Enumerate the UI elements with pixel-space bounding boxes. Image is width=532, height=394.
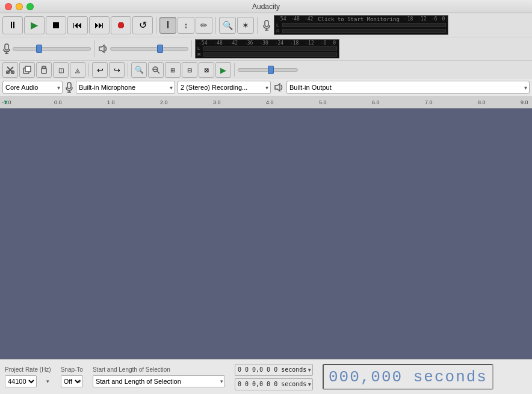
separator	[156, 17, 156, 34]
mic-gain-group	[2, 43, 91, 54]
time-length-field[interactable]: 0 0 0,0 0 0 seconds	[235, 378, 313, 390]
zoom-tool[interactable]: 🔍	[219, 17, 236, 34]
ruler-mark--1: -1.0	[2, 99, 11, 105]
draw-tool[interactable]: ✏	[196, 17, 212, 34]
svg-marker-6	[99, 45, 104, 52]
pause-button[interactable]: ⏸	[2, 16, 23, 34]
zoom-out-button[interactable]	[148, 62, 164, 78]
svg-rect-3	[5, 44, 8, 50]
playback-speed-thumb[interactable]	[268, 66, 274, 74]
svg-rect-12	[25, 66, 31, 72]
record-button[interactable]: ⏺	[111, 16, 131, 34]
svg-rect-18	[67, 83, 71, 89]
statusbar: Project Rate (Hz) 44100 Snap-To Off Star…	[0, 359, 532, 394]
skip-start-button[interactable]: ⏮	[67, 16, 88, 34]
device-toolbar: Core Audio Built-in Microphone 2 (Stereo…	[0, 79, 532, 96]
ruler-mark-3: 3.0	[213, 99, 221, 105]
ruler-mark-5: 5.0	[319, 99, 327, 105]
big-time-display[interactable]: 000,000 seconds	[323, 364, 493, 390]
undo-button[interactable]: ↩	[92, 62, 108, 78]
level-meter-l	[282, 23, 446, 27]
select-tool[interactable]: I	[159, 17, 176, 34]
loop-button[interactable]: ↺	[132, 16, 153, 34]
ruler-mark-1: 1.0	[107, 99, 115, 105]
zoom-in-button[interactable]: 🔍	[131, 62, 147, 78]
separator2	[215, 17, 216, 34]
ruler-mark-0: 0.0	[54, 99, 62, 105]
playback-meter-l	[203, 46, 337, 51]
minimize-button[interactable]	[16, 3, 23, 10]
output-device-wrapper[interactable]: Built-in Output	[286, 81, 530, 94]
project-rate-group: Project Rate (Hz) 44100	[5, 366, 51, 387]
multi-tool[interactable]: ✶	[237, 17, 254, 34]
window-controls[interactable]	[5, 3, 34, 10]
zoom-sel-button[interactable]: ⊟	[182, 62, 197, 78]
envelope-tool[interactable]: ↕	[178, 17, 194, 34]
speaker-gain-slider[interactable]	[110, 47, 188, 51]
time-fields-group: 0 0 0,0 0 0 seconds ▾ 0 0 0,0 0 0 second…	[235, 364, 313, 390]
input-device-wrapper[interactable]: Built-in Microphone	[76, 81, 175, 94]
ruler-mark-7: 7.0	[425, 99, 433, 105]
play-button[interactable]: ▶	[24, 16, 45, 34]
channels-wrapper[interactable]: 2 (Stereo) Recording...	[178, 81, 271, 94]
project-rate-select[interactable]: 44100	[5, 375, 37, 387]
trim-button[interactable]: ◫	[53, 62, 69, 78]
silence-button[interactable]: ◬	[70, 62, 85, 78]
playback-speed-slider[interactable]	[238, 68, 298, 72]
time-start-field[interactable]: 0 0 0,0 0 0 seconds	[235, 364, 313, 376]
snap-to-label: Snap-To	[61, 366, 83, 373]
input-device-select[interactable]: Built-in Microphone	[76, 81, 175, 94]
level-meter-r	[282, 29, 446, 33]
separator6	[88, 63, 89, 77]
separator5	[191, 40, 192, 57]
separator7	[128, 63, 128, 77]
redo-button[interactable]: ↪	[109, 62, 125, 78]
mic-gain-slider[interactable]	[13, 47, 91, 51]
ruler-mark-2: 2.0	[160, 99, 168, 105]
cut-button[interactable]	[2, 62, 18, 78]
playback-meter-r	[203, 52, 337, 57]
ruler-mark-4: 4.0	[266, 99, 274, 105]
input-mic-icon	[65, 82, 73, 93]
zoom-play-button[interactable]: ▶	[215, 62, 231, 78]
selection-mode-select[interactable]: Start and Length of Selection	[93, 375, 225, 387]
mic-gain-thumb[interactable]	[36, 45, 42, 53]
mic-icon-2	[2, 43, 11, 54]
close-button[interactable]	[5, 3, 12, 10]
project-rate-label: Project Rate (Hz)	[5, 366, 51, 373]
click-to-monitor[interactable]: Click to Start Monitoring	[318, 16, 399, 22]
maximize-button[interactable]	[26, 3, 34, 10]
ruler-mark-8: 8.0	[478, 99, 486, 105]
separator4	[94, 40, 94, 57]
zoom-fit-button[interactable]: ⊞	[165, 62, 181, 78]
big-time-value: 000,000 seconds	[329, 368, 487, 386]
timeline-ruler[interactable]: ▼ -1.0 0.0 1.0 2.0 3.0 4.0 5.0 6.0 7.0 8…	[0, 96, 532, 108]
transport-toolbar: ⏸ ▶ ⏹ ⏮ ⏭ ⏺ ↺ I	[0, 13, 532, 37]
paste-button[interactable]	[36, 62, 52, 78]
output-device-select[interactable]: Built-in Output	[286, 81, 530, 94]
titlebar: Audacity	[0, 0, 532, 13]
speaker-gain-thumb[interactable]	[157, 45, 163, 53]
snap-to-select[interactable]: Off	[61, 375, 83, 387]
channels-select[interactable]: 2 (Stereo) Recording...	[178, 81, 271, 94]
playback-meter[interactable]: -54 -48 -42 -36 -30 -24 -18 -12 -6 0 L R	[195, 39, 339, 58]
separator3	[257, 17, 258, 34]
ruler-mark-9: 9.0	[521, 99, 528, 105]
speaker-icon	[97, 44, 108, 54]
output-speaker-icon	[273, 83, 284, 92]
track-area[interactable]	[0, 108, 532, 359]
zoom-toggle-button[interactable]: ⊠	[199, 62, 214, 78]
mic-icon[interactable]	[261, 17, 273, 33]
recording-meter[interactable]: -54 -48 -42 Click to Start Monitoring -1…	[274, 15, 448, 35]
snap-to-group: Snap-To Off	[61, 366, 83, 387]
skip-end-button[interactable]: ⏭	[89, 16, 110, 34]
app-title: Audacity	[252, 2, 280, 11]
svg-rect-14	[42, 66, 46, 69]
stop-button[interactable]: ⏹	[46, 16, 66, 34]
copy-button[interactable]	[19, 62, 35, 78]
edit-toolbar: ◫ ◬ ↩ ↪ 🔍 ⊞	[0, 61, 532, 79]
mixer-toolbar: -54 -48 -42 -36 -30 -24 -18 -12 -6 0 L R	[0, 37, 532, 61]
audio-host-select[interactable]: Core Audio	[2, 81, 63, 94]
audio-host-wrapper[interactable]: Core Audio	[2, 81, 63, 94]
svg-rect-0	[265, 20, 268, 27]
